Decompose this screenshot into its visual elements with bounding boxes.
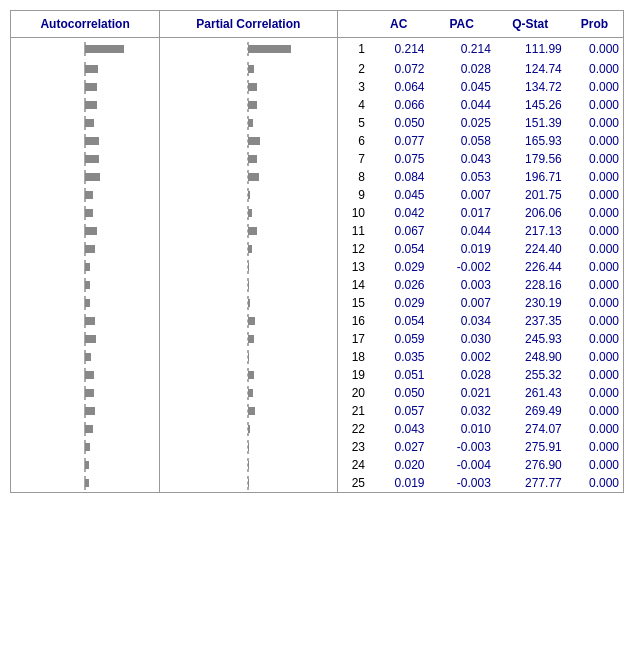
pac-bar-cell xyxy=(160,186,337,204)
prob-value: 0.000 xyxy=(566,294,623,312)
pac-value: 0.034 xyxy=(428,312,494,330)
table-row: 170.0590.030245.930.000 xyxy=(11,330,623,348)
ac-value: 0.057 xyxy=(369,402,428,420)
ac-bar-cell xyxy=(11,78,160,96)
ac-value: 0.067 xyxy=(369,222,428,240)
ac-value: 0.075 xyxy=(369,150,428,168)
pac-value: 0.025 xyxy=(428,114,494,132)
ac-bar-cell xyxy=(11,38,160,60)
ac-bar-cell xyxy=(11,384,160,402)
table-row: 140.0260.003228.160.000 xyxy=(11,276,623,294)
row-number: 4 xyxy=(337,96,369,114)
ac-bar-cell xyxy=(11,114,160,132)
pac-value: 0.017 xyxy=(428,204,494,222)
qstat-value: 124.74 xyxy=(495,60,566,78)
ac-bar-cell xyxy=(11,258,160,276)
prob-value: 0.000 xyxy=(566,348,623,366)
table-row: 210.0570.032269.490.000 xyxy=(11,402,623,420)
qstat-value: 228.16 xyxy=(495,276,566,294)
table-row: 90.0450.007201.750.000 xyxy=(11,186,623,204)
qstat-value: 276.90 xyxy=(495,456,566,474)
row-number: 1 xyxy=(337,38,369,60)
row-number: 22 xyxy=(337,420,369,438)
qstat-value: 237.35 xyxy=(495,312,566,330)
pac-bar-cell xyxy=(160,384,337,402)
row-number: 20 xyxy=(337,384,369,402)
ac-bar-cell xyxy=(11,276,160,294)
row-number: 21 xyxy=(337,402,369,420)
pac-value: 0.007 xyxy=(428,186,494,204)
pac-bar-cell xyxy=(160,402,337,420)
qstat-value: 206.06 xyxy=(495,204,566,222)
pac-bar-cell xyxy=(160,474,337,492)
pac-bar-cell xyxy=(160,420,337,438)
pac-value: 0.044 xyxy=(428,222,494,240)
ac-value: 0.020 xyxy=(369,456,428,474)
ac-value: 0.077 xyxy=(369,132,428,150)
pac-bar-cell xyxy=(160,312,337,330)
ac-bar-cell xyxy=(11,204,160,222)
prob-value: 0.000 xyxy=(566,150,623,168)
prob-value: 0.000 xyxy=(566,420,623,438)
table-row: 120.0540.019224.400.000 xyxy=(11,240,623,258)
ac-bar-cell xyxy=(11,348,160,366)
pac-bar-cell xyxy=(160,114,337,132)
qstat-value: 245.93 xyxy=(495,330,566,348)
table-row: 60.0770.058165.930.000 xyxy=(11,132,623,150)
table-row: 250.019-0.003277.770.000 xyxy=(11,474,623,492)
ac-value: 0.051 xyxy=(369,366,428,384)
row-number: 3 xyxy=(337,78,369,96)
row-number: 5 xyxy=(337,114,369,132)
ac-bar-cell xyxy=(11,312,160,330)
pac-value: 0.053 xyxy=(428,168,494,186)
prob-value: 0.000 xyxy=(566,402,623,420)
table-row: 30.0640.045134.720.000 xyxy=(11,78,623,96)
row-number: 13 xyxy=(337,258,369,276)
ac-value: 0.027 xyxy=(369,438,428,456)
ac-value: 0.214 xyxy=(369,38,428,60)
table-row: 110.0670.044217.130.000 xyxy=(11,222,623,240)
qstat-value: 151.39 xyxy=(495,114,566,132)
ac-value: 0.029 xyxy=(369,294,428,312)
pac-bar-cell xyxy=(160,348,337,366)
table-row: 220.0430.010274.070.000 xyxy=(11,420,623,438)
pac-value: 0.058 xyxy=(428,132,494,150)
table-row: 20.0720.028124.740.000 xyxy=(11,60,623,78)
row-number: 17 xyxy=(337,330,369,348)
ac-value: 0.019 xyxy=(369,474,428,492)
header-num xyxy=(337,11,369,38)
row-number: 24 xyxy=(337,456,369,474)
table-row: 200.0500.021261.430.000 xyxy=(11,384,623,402)
header-pac: PAC xyxy=(428,11,494,38)
ac-bar-cell xyxy=(11,150,160,168)
row-number: 18 xyxy=(337,348,369,366)
prob-value: 0.000 xyxy=(566,78,623,96)
prob-value: 0.000 xyxy=(566,204,623,222)
prob-value: 0.000 xyxy=(566,96,623,114)
qstat-value: 165.93 xyxy=(495,132,566,150)
table-row: 240.020-0.004276.900.000 xyxy=(11,456,623,474)
pac-bar-cell xyxy=(160,78,337,96)
pac-bar-cell xyxy=(160,240,337,258)
row-number: 19 xyxy=(337,366,369,384)
row-number: 25 xyxy=(337,474,369,492)
pac-value: 0.044 xyxy=(428,96,494,114)
qstat-value: 145.26 xyxy=(495,96,566,114)
ac-value: 0.045 xyxy=(369,186,428,204)
table-row: 80.0840.053196.710.000 xyxy=(11,168,623,186)
prob-value: 0.000 xyxy=(566,222,623,240)
ac-value: 0.042 xyxy=(369,204,428,222)
prob-value: 0.000 xyxy=(566,384,623,402)
table-row: 160.0540.034237.350.000 xyxy=(11,312,623,330)
pac-value: 0.043 xyxy=(428,150,494,168)
ac-value: 0.050 xyxy=(369,114,428,132)
table-row: 180.0350.002248.900.000 xyxy=(11,348,623,366)
ac-value: 0.054 xyxy=(369,240,428,258)
ac-bar-cell xyxy=(11,366,160,384)
table-row: 190.0510.028255.320.000 xyxy=(11,366,623,384)
pac-value: 0.010 xyxy=(428,420,494,438)
qstat-value: 255.32 xyxy=(495,366,566,384)
pac-bar-cell xyxy=(160,438,337,456)
prob-value: 0.000 xyxy=(566,240,623,258)
prob-value: 0.000 xyxy=(566,132,623,150)
